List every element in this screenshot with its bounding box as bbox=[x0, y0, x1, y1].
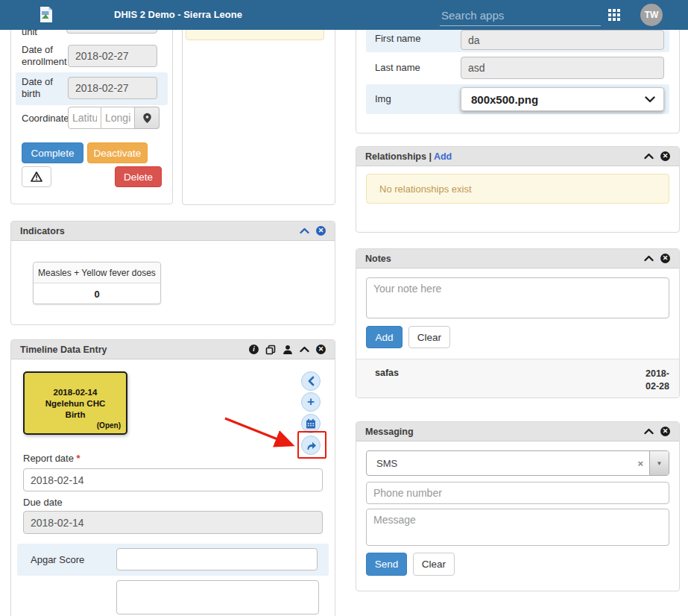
required-asterisk: * bbox=[77, 453, 81, 464]
relationships-panel: Relationships | Add ✕ No relationships e… bbox=[356, 146, 680, 233]
date-of-enrollment-label: Date of enrollment bbox=[22, 44, 68, 68]
relationships-add-link[interactable]: Add bbox=[434, 151, 452, 162]
first-name-input bbox=[461, 30, 664, 50]
apgar-score-input[interactable] bbox=[116, 548, 318, 571]
relationships-header: Relationships | Add ✕ bbox=[356, 147, 679, 166]
phone-number-input[interactable] bbox=[366, 482, 669, 504]
enrollment-widget: unit Date of enrollment Date of birth Co… bbox=[10, 0, 173, 204]
event-status-badge: (Open) bbox=[97, 421, 121, 430]
first-name-label: First name bbox=[375, 33, 420, 44]
timeline-header: Timeline Data Entry i ✕ bbox=[11, 340, 335, 359]
search-apps bbox=[440, 4, 598, 24]
top-bar: DHIS 2 Demo - Sierra Leone TW bbox=[0, 0, 688, 30]
plus-icon: + bbox=[307, 395, 315, 408]
add-event-button[interactable]: + bbox=[301, 392, 321, 412]
warning-button[interactable] bbox=[22, 166, 51, 187]
deactivate-button[interactable]: Deactivate bbox=[87, 142, 148, 163]
collapse-icon[interactable] bbox=[644, 255, 654, 262]
notes-title: Notes bbox=[365, 254, 644, 264]
channel-select[interactable]: SMS × ▼ bbox=[366, 450, 669, 476]
indicators-panel: Indicators ✕ Measles + Yellow fever dose… bbox=[10, 221, 335, 325]
previous-event-button[interactable] bbox=[301, 371, 321, 391]
no-relationships-alert: No relationships exist bbox=[366, 174, 669, 204]
close-icon[interactable]: ✕ bbox=[660, 151, 670, 161]
close-icon[interactable]: ✕ bbox=[316, 345, 326, 354]
person-icon[interactable] bbox=[283, 345, 293, 355]
avatar[interactable]: TW bbox=[640, 4, 663, 26]
annotation-highlight-box bbox=[297, 431, 326, 459]
due-date-input bbox=[23, 511, 323, 534]
indicator-value: 0 bbox=[34, 283, 160, 304]
app-title: DHIS 2 Demo - Sierra Leone bbox=[114, 0, 242, 30]
date-of-enrollment-input bbox=[68, 45, 157, 67]
info-icon[interactable]: i bbox=[249, 345, 259, 354]
close-icon[interactable]: ✕ bbox=[660, 254, 670, 263]
date-of-birth-input bbox=[68, 77, 157, 99]
note-entry-text: safas bbox=[375, 368, 399, 378]
collapse-icon[interactable] bbox=[300, 227, 309, 234]
event-stage: Birth bbox=[25, 409, 126, 421]
indicators-header: Indicators ✕ bbox=[11, 221, 335, 241]
close-icon[interactable]: ✕ bbox=[316, 226, 326, 236]
comment-textarea[interactable] bbox=[116, 580, 319, 615]
latitude-input[interactable] bbox=[68, 107, 101, 129]
channel-clear-icon[interactable]: × bbox=[631, 458, 649, 469]
note-clear-button[interactable]: Clear bbox=[408, 326, 450, 348]
message-clear-button[interactable]: Clear bbox=[413, 553, 455, 576]
event-date: 2018-02-14 bbox=[25, 387, 126, 398]
collapse-icon[interactable] bbox=[644, 428, 654, 435]
search-apps-input[interactable] bbox=[440, 4, 601, 26]
collapse-icon[interactable] bbox=[300, 346, 309, 353]
chevron-left-icon bbox=[307, 376, 315, 386]
messaging-header: Messaging ✕ bbox=[356, 422, 679, 441]
map-pin-icon bbox=[142, 113, 152, 124]
messaging-title: Messaging bbox=[365, 427, 644, 437]
timeline-event-box[interactable]: 2018-02-14 Ngelehun CHC Birth (Open) bbox=[23, 371, 127, 435]
indicators-title: Indicators bbox=[20, 226, 300, 236]
middle-widget bbox=[182, 0, 335, 205]
send-button[interactable]: Send bbox=[366, 553, 407, 576]
complete-button[interactable]: Complete bbox=[22, 142, 83, 163]
indicator-card: Measles + Yellow fever doses 0 bbox=[33, 262, 161, 304]
calendar-icon bbox=[306, 418, 316, 429]
caret-down-icon: ▼ bbox=[657, 460, 663, 467]
apgar-score-label: Apgar Score bbox=[31, 554, 84, 565]
close-icon[interactable]: ✕ bbox=[660, 427, 670, 436]
report-date-input[interactable] bbox=[23, 468, 323, 491]
collapse-icon[interactable] bbox=[644, 153, 654, 160]
img-label: Img bbox=[375, 93, 391, 104]
img-select[interactable]: 800x500.png bbox=[461, 87, 664, 111]
note-add-button[interactable]: Add bbox=[366, 326, 403, 348]
event-org-unit: Ngelehun CHC bbox=[25, 398, 126, 409]
due-date-label: Due date bbox=[23, 497, 63, 508]
map-pin-button[interactable] bbox=[135, 107, 160, 129]
apps-grid-icon[interactable] bbox=[608, 9, 621, 22]
notes-panel: Notes ✕ Add Clear safas 2018-02-28 bbox=[356, 248, 680, 398]
relationships-title: Relationships | Add bbox=[365, 151, 644, 162]
last-name-input bbox=[461, 57, 664, 79]
chevron-down-icon bbox=[645, 96, 655, 103]
indicator-label: Measles + Yellow fever doses bbox=[34, 263, 160, 283]
timeline-data-entry-panel: Timeline Data Entry i ✕ 2018-02-14 Ngele… bbox=[10, 339, 335, 616]
dhis2-logo-icon[interactable] bbox=[39, 6, 54, 26]
report-date-label: Report date * bbox=[23, 453, 81, 464]
warning-triangle-icon bbox=[31, 172, 42, 182]
note-entry-date: 2018-02-28 bbox=[635, 368, 669, 393]
longitude-input[interactable] bbox=[101, 107, 135, 129]
messaging-panel: Messaging ✕ SMS × ▼ Send Clear bbox=[356, 421, 680, 591]
date-of-birth-label: Date of birth bbox=[22, 76, 68, 100]
delete-button[interactable]: Delete bbox=[115, 166, 162, 187]
notes-header: Notes ✕ bbox=[356, 249, 679, 268]
note-textarea[interactable] bbox=[366, 277, 669, 318]
timeline-title: Timeline Data Entry bbox=[20, 345, 249, 355]
coordinate-label: Coordinate bbox=[22, 113, 69, 124]
channel-select-value: SMS bbox=[367, 458, 631, 469]
channel-dropdown-toggle[interactable]: ▼ bbox=[649, 451, 669, 475]
copy-icon[interactable] bbox=[265, 345, 276, 355]
last-name-label: Last name bbox=[375, 62, 420, 73]
img-select-value: 800x500.png bbox=[461, 93, 645, 106]
message-textarea[interactable] bbox=[366, 509, 669, 546]
note-entry-row: safas 2018-02-28 bbox=[356, 359, 679, 397]
